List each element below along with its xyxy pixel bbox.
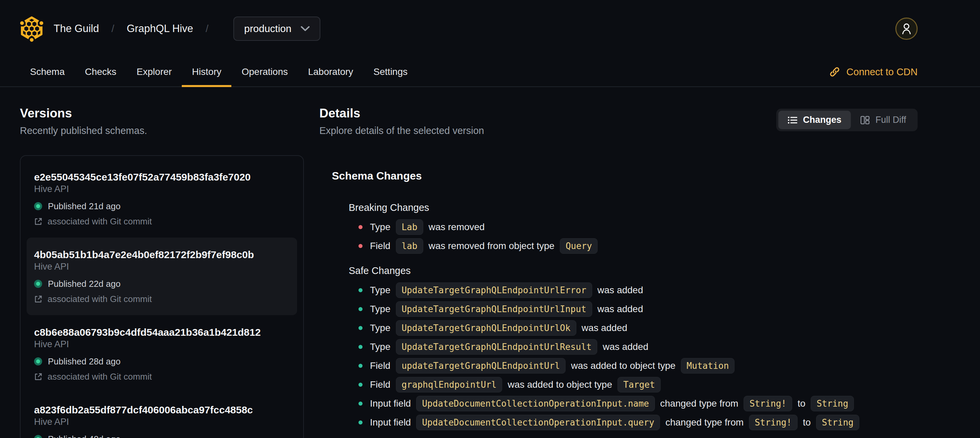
change-bullet <box>358 225 363 229</box>
version-card[interactable]: e2e55045345ce13fe07f52a77459b83fa3fe7020… <box>21 160 303 237</box>
change-text: was added to object type <box>508 379 612 390</box>
version-published-label: Published 40d ago <box>48 433 120 438</box>
chevron-down-icon <box>301 26 310 31</box>
tab-settings[interactable]: Settings <box>363 57 417 86</box>
change-text: Field <box>370 379 390 390</box>
breadcrumb-separator: / <box>206 23 208 34</box>
version-hash: 4b05ab51b1b4a7e2e4b0ef82172f2b9f7ef98c0b <box>34 248 290 261</box>
change-text: was removed <box>429 222 485 233</box>
version-card[interactable]: c8b6e88a06793b9c4dfd54aaa21b36a1b421d812… <box>21 315 303 393</box>
change-section-title: Safe Changes <box>349 265 918 276</box>
version-published: Published 22d ago <box>34 279 290 289</box>
change-items: TypeLabwas removedFieldlabwas removed fr… <box>332 219 918 254</box>
change-sections: Breaking ChangesTypeLabwas removedFieldl… <box>332 202 918 430</box>
change-bullet <box>358 401 363 406</box>
version-commit-label: associated with Git commit <box>48 216 152 227</box>
change-text: to <box>797 398 805 409</box>
version-published-label: Published 21d ago <box>48 201 120 212</box>
toggle-changes-button[interactable]: Changes <box>778 111 851 129</box>
breadcrumb-org[interactable]: The Guild <box>54 22 99 35</box>
tab-checks[interactable]: Checks <box>75 57 126 86</box>
connect-cdn-label: Connect to CDN <box>846 67 918 78</box>
details-header: Details Explore details of the selected … <box>319 106 918 136</box>
toggle-fulldiff-label: Full Diff <box>875 115 906 125</box>
version-published: Published 40d ago <box>34 433 290 438</box>
change-item-parts: TypeUpdateTargetGraphQLEndpointUrlInputw… <box>370 301 643 317</box>
details-heading-block: Details Explore details of the selected … <box>319 106 484 136</box>
schema-changes: Schema Changes Breaking ChangesTypeLabwa… <box>332 170 918 430</box>
change-bullet <box>358 345 363 349</box>
tab-laboratory[interactable]: Laboratory <box>298 57 363 86</box>
breadcrumb-project[interactable]: GraphQL Hive <box>127 22 193 35</box>
tab-schema[interactable]: Schema <box>20 57 75 86</box>
external-link-icon <box>34 295 43 303</box>
connect-cdn-link[interactable]: Connect to CDN <box>829 57 918 86</box>
change-text: Input field <box>370 417 411 428</box>
breadcrumb-separator: / <box>111 23 114 34</box>
change-text: Type <box>370 304 390 314</box>
avatar-button[interactable] <box>896 18 918 40</box>
change-code: lab <box>396 238 423 254</box>
change-item: Input fieldUpdateDocumentCollectionOpera… <box>358 396 918 411</box>
change-item: TypeUpdateTargetGraphQLEndpointUrlResult… <box>358 339 918 355</box>
version-service: Hive API <box>34 416 290 427</box>
version-commit-label: associated with Git commit <box>48 371 152 382</box>
version-hash: c8b6e88a06793b9c4dfd54aaa21b36a1b421d812 <box>34 326 290 339</box>
version-card[interactable]: a823f6db2a55df877dcf406006abca97fcc4858c… <box>21 393 303 438</box>
toggle-changes-label: Changes <box>803 115 842 125</box>
change-bullet <box>358 307 363 311</box>
change-item: FieldupdateTargetGraphQLEndpointUrlwas a… <box>358 358 918 374</box>
tab-history[interactable]: History <box>182 57 231 86</box>
change-text: Field <box>370 241 390 252</box>
version-published: Published 21d ago <box>34 201 290 212</box>
external-link-icon <box>34 373 43 381</box>
change-items: TypeUpdateTargetGraphQLEndpointUrlErrorw… <box>332 282 918 430</box>
change-item: Input fieldUpdateDocumentCollectionOpera… <box>358 415 918 430</box>
details-panel: Details Explore details of the selected … <box>319 106 918 438</box>
schema-changes-title: Schema Changes <box>332 170 918 182</box>
change-item-parts: TypeLabwas removed <box>370 219 485 235</box>
version-commit[interactable]: associated with Git commit <box>34 293 290 304</box>
details-title: Details <box>319 106 484 121</box>
tab-explorer[interactable]: Explorer <box>126 57 182 86</box>
version-published-label: Published 28d ago <box>48 356 120 367</box>
change-code: UpdateDocumentCollectionOperationInput.n… <box>416 396 655 411</box>
change-item-parts: TypeUpdateTargetGraphQLEndpointUrlResult… <box>370 339 649 355</box>
versions-subtitle: Recently published schemas. <box>20 125 304 136</box>
change-text: changed type from <box>665 417 744 428</box>
nav-tabs: SchemaChecksExplorerHistoryOperationsLab… <box>20 57 418 86</box>
version-list: e2e55045345ce13fe07f52a77459b83fa3fe7020… <box>20 155 304 438</box>
version-hash: a823f6db2a55df877dcf406006abca97fcc4858c <box>34 404 290 416</box>
person-icon <box>901 22 912 35</box>
change-code: String! <box>749 415 797 430</box>
change-code: Target <box>617 377 661 392</box>
change-item: TypeLabwas removed <box>358 219 918 235</box>
details-subtitle: Explore details of the selected version <box>319 125 484 136</box>
change-bullet <box>358 383 363 387</box>
change-text: to <box>803 417 811 428</box>
change-bullet <box>358 244 363 248</box>
versions-title: Versions <box>20 106 304 121</box>
change-section: Safe ChangesTypeUpdateTargetGraphQLEndpo… <box>332 265 918 430</box>
toggle-fulldiff-button[interactable]: Full Diff <box>851 111 916 129</box>
main-content: Versions Recently published schemas. e2e… <box>0 87 980 438</box>
change-code: Query <box>560 238 598 254</box>
change-code: updateTargetGraphQLEndpointUrl <box>396 358 566 374</box>
target-selector-button[interactable]: production <box>233 16 320 41</box>
change-item-parts: FieldgraphqlEndpointUrlwas added to obje… <box>370 377 661 392</box>
change-bullet <box>358 326 363 330</box>
change-code: UpdateDocumentCollectionOperationInput.q… <box>416 415 660 430</box>
change-item: Fieldlabwas removed from object typeQuer… <box>358 238 918 254</box>
tab-operations[interactable]: Operations <box>231 57 298 86</box>
change-item: FieldgraphqlEndpointUrlwas added to obje… <box>358 377 918 392</box>
change-bullet <box>358 364 363 368</box>
version-commit[interactable]: associated with Git commit <box>34 216 290 227</box>
view-toggle: Changes Full Diff <box>776 109 918 131</box>
version-card[interactable]: 4b05ab51b1b4a7e2e4b0ef82172f2b9f7ef98c0b… <box>27 237 297 315</box>
published-status-dot <box>34 357 42 365</box>
version-commit[interactable]: associated with Git commit <box>34 371 290 382</box>
change-item-parts: Fieldlabwas removed from object typeQuer… <box>370 238 598 254</box>
version-service: Hive API <box>34 339 290 350</box>
change-section-title: Breaking Changes <box>349 202 918 213</box>
columns-icon <box>860 115 870 125</box>
